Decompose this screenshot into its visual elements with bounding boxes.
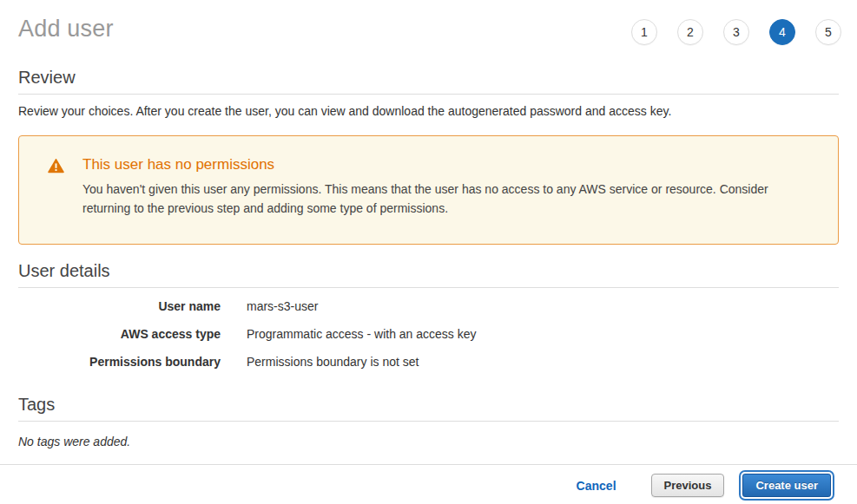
page-title: Add user [18,14,114,43]
review-section: Review Review your choices. After you cr… [18,68,839,118]
wizard-header: Add user 1 2 3 4 5 [0,0,857,68]
detail-value: Permissions boundary is not set [247,355,419,369]
detail-value: Programmatic access - with an access key [247,327,477,341]
warning-text-block: This user has no permissions You haven't… [82,156,812,218]
user-details-heading: User details [18,261,839,288]
wizard-footer: Cancel Previous Create user [0,464,857,497]
step-2[interactable]: 2 [677,19,703,45]
warning-title: This user has no permissions [82,156,812,173]
tags-section: Tags No tags were added. [18,395,839,448]
add-user-wizard-page: Add user 1 2 3 4 5 Review Review your ch… [0,0,857,504]
warning-body: You haven't given this user any permissi… [82,180,812,218]
detail-row-permissions-boundary: Permissions boundary Permissions boundar… [18,355,839,369]
review-heading: Review [18,68,839,95]
cancel-link[interactable]: Cancel [577,479,616,493]
step-4[interactable]: 4 [769,19,795,45]
detail-row-access-type: AWS access type Programmatic access - wi… [18,327,839,341]
wizard-content: Review Review your choices. After you cr… [0,68,857,448]
tags-empty-message: No tags were added. [18,435,839,448]
step-indicator: 1 2 3 4 5 [631,14,841,45]
tags-heading: Tags [18,395,839,422]
step-3[interactable]: 3 [723,19,749,45]
user-details-rows: User name mars-s3-user AWS access type P… [18,299,839,369]
no-permissions-warning: This user has no permissions You haven't… [18,135,839,245]
warning-triangle-icon [48,159,64,173]
user-details-section: User details User name mars-s3-user AWS … [18,261,839,369]
previous-button[interactable]: Previous [651,474,725,497]
review-description: Review your choices. After you create th… [18,104,839,118]
detail-label: User name [18,299,221,313]
create-user-button[interactable]: Create user [742,474,831,497]
detail-row-user-name: User name mars-s3-user [18,299,839,313]
detail-label: Permissions boundary [18,355,221,369]
detail-label: AWS access type [18,327,221,341]
step-5[interactable]: 5 [815,19,841,45]
step-1[interactable]: 1 [631,19,657,45]
detail-value: mars-s3-user [247,299,318,313]
